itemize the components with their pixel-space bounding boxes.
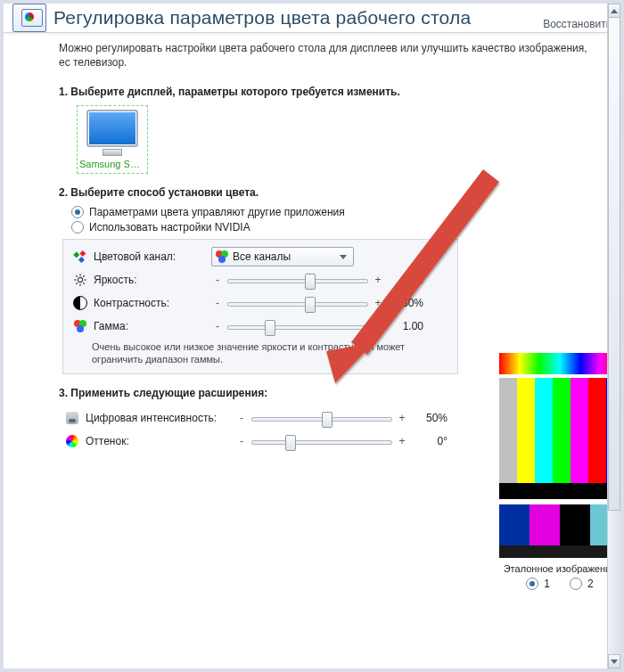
gamma-slider[interactable] [224, 318, 372, 334]
svg-rect-13 [499, 378, 517, 483]
sun-icon [72, 274, 88, 286]
radio-label: Использовать настройки NVIDIA [89, 221, 250, 234]
dropdown-value: Все каналы [233, 250, 291, 263]
radio-label: 1 [544, 578, 550, 590]
display-name-label: Samsung SMB... [79, 159, 145, 169]
svg-line-10 [76, 283, 78, 284]
gamma-value: 1.00 [384, 320, 423, 332]
minus-label: - [211, 320, 224, 332]
channel-label: Цветовой канал: [94, 250, 211, 263]
svg-rect-16 [553, 378, 571, 483]
brightness-label: Яркость: [94, 274, 211, 286]
svg-line-9 [83, 283, 85, 284]
page-title: Регулировка параметров цвета рабочего ст… [53, 7, 471, 29]
color-channel-row: Цветовой канал: Все каналы [72, 245, 448, 268]
radio-label: 2 [587, 578, 594, 590]
channel-dropdown[interactable]: Все каналы [211, 247, 354, 266]
radio-icon [570, 578, 582, 590]
rgb-circles-icon [72, 320, 88, 332]
plus-label: + [372, 320, 384, 332]
display-selector[interactable]: Samsung SMB... [77, 105, 148, 174]
svg-rect-15 [535, 378, 553, 483]
gamma-row: Гамма: - + 1.00 [72, 315, 448, 338]
brightness-value: 50% [384, 274, 423, 286]
monitor-color-logo-icon [12, 4, 46, 32]
minus-label: - [235, 435, 248, 447]
minus-label: - [235, 412, 248, 424]
gamma-note: Очень высокое или низкое значение яркост… [92, 341, 448, 366]
svg-rect-1 [73, 252, 79, 258]
radio-nvidia[interactable]: Использовать настройки NVIDIA [71, 221, 599, 234]
digital-intensity-slider[interactable] [248, 410, 396, 426]
brightness-slider[interactable] [224, 272, 372, 288]
restore-defaults-link[interactable]: Восстановить [543, 18, 612, 30]
contrast-row: Контрастность: - + 50% [72, 291, 448, 315]
rgb-circles-icon [216, 250, 228, 263]
contrast-label: Контрастность: [94, 297, 211, 309]
contrast-icon [72, 296, 88, 310]
monitor-icon [86, 110, 138, 147]
plus-label: + [396, 435, 408, 447]
header: Регулировка параметров цвета рабочего ст… [4, 4, 620, 33]
plus-label: + [396, 412, 408, 424]
svg-rect-22 [530, 504, 560, 545]
reference-image [499, 353, 620, 567]
scroll-up-button[interactable] [608, 4, 620, 18]
brightness-row: Яркость: - + 50% [72, 268, 448, 291]
chevron-down-icon [336, 248, 350, 266]
contrast-value: 50% [384, 297, 423, 309]
hue-slider[interactable] [248, 433, 396, 449]
radio-icon [526, 578, 538, 590]
minus-label: - [211, 297, 224, 309]
minus-label: - [211, 274, 224, 286]
svg-rect-2 [78, 257, 85, 263]
reference-image-1[interactable]: 1 [526, 578, 550, 590]
svg-rect-0 [79, 250, 86, 257]
reference-image-caption: Эталонное изображение [499, 563, 620, 574]
radio-icon [71, 206, 84, 218]
contrast-slider[interactable] [224, 295, 372, 311]
digital-levels-icon [64, 412, 80, 424]
svg-rect-17 [571, 378, 588, 483]
rgb-diamonds-icon [72, 250, 88, 264]
svg-rect-14 [517, 378, 535, 483]
reference-image-options: 1 2 [499, 578, 620, 590]
svg-rect-20 [499, 483, 620, 499]
svg-rect-18 [588, 378, 606, 483]
svg-rect-23 [560, 504, 590, 545]
radio-icon [71, 221, 84, 234]
vertical-scrollbar[interactable] [607, 4, 620, 668]
gamma-label: Гамма: [94, 320, 211, 332]
svg-point-3 [78, 278, 82, 283]
scroll-handle[interactable] [608, 17, 620, 511]
digital-intensity-value: 50% [408, 412, 447, 424]
digital-intensity-label: Цифровая интенсивность: [86, 412, 235, 424]
intro-text: Можно регулировать настройки цвета рабоч… [59, 42, 599, 70]
step1-title: 1. Выберите дисплей, параметры которого … [59, 86, 599, 98]
svg-line-11 [83, 275, 85, 277]
hue-value: 0° [408, 435, 447, 447]
plus-label: + [372, 297, 384, 309]
monitor-stand [103, 149, 122, 156]
svg-line-8 [76, 275, 78, 277]
color-settings-panel: Цветовой канал: Все каналы Яркость: - + … [62, 239, 458, 374]
hue-label: Оттенок: [86, 435, 235, 447]
svg-rect-21 [499, 504, 530, 545]
scroll-down-button[interactable] [608, 654, 620, 668]
reference-image-2[interactable]: 2 [570, 578, 594, 590]
radio-other-apps[interactable]: Параметрами цвета управляют другие прило… [71, 206, 599, 218]
plus-label: + [372, 274, 384, 286]
radio-label: Параметрами цвета управляют другие прило… [89, 206, 345, 218]
hue-wheel-icon [64, 435, 80, 447]
svg-rect-25 [499, 545, 620, 558]
svg-rect-12 [499, 353, 620, 374]
step2-title: 2. Выберите способ установки цвета. [59, 186, 599, 199]
